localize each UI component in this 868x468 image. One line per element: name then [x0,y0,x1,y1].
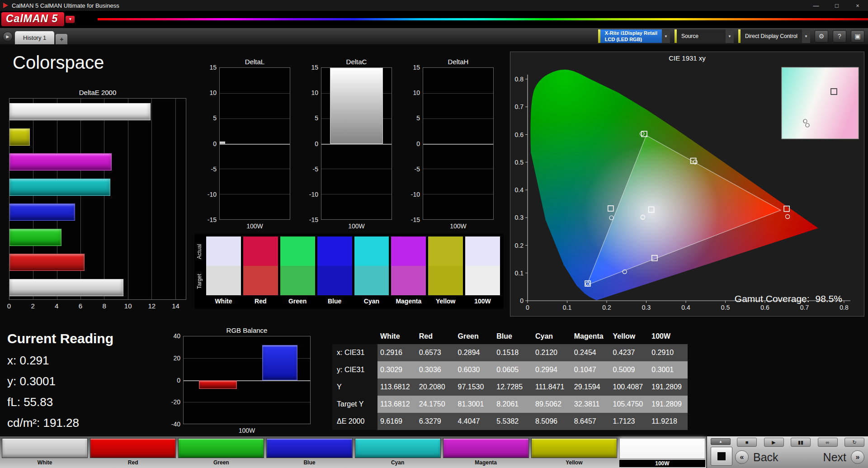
source-dropdown[interactable]: Source ▼ [675,29,734,43]
pause-button[interactable]: ▮▮ [791,438,811,447]
stop-measurement-button[interactable] [711,447,732,466]
target-swatch-cyan [354,266,389,295]
meter-line-2: LCD (LED RGB) [605,36,657,43]
table-cell: 113.6812 [377,400,416,408]
swatch-grid: WhiteRedGreenBlueCyanMagentaYellow100W [206,236,500,307]
display-control-dropdown[interactable]: Direct Display Control ▼ [738,29,810,43]
y-tick-label: 40 [168,332,180,340]
next-button[interactable]: Next [823,451,846,464]
pattern-swatch-white[interactable]: White [2,438,88,467]
row-label: ΔE 2000 [332,413,377,430]
pattern-swatch-green[interactable]: Green [178,438,264,467]
swatch-label: Magenta [443,459,529,466]
y-tick-label: 5 [306,114,318,122]
gridline [128,99,128,299]
svg-text:0.1: 0.1 [563,304,572,311]
x-tick-label: 14 [172,302,179,310]
stop-icon: ■ [745,440,749,445]
meter-dropdown[interactable]: X-Rite i1Display Retail LCD (LED RGB) ▼ [598,29,670,43]
refresh-icon: ↻ [852,440,856,445]
y-tick-label: -15 [306,216,318,223]
table-cell: 0.2994 [533,366,571,374]
refresh-button[interactable]: ↻ [844,438,864,447]
next-arrow-button[interactable]: » [851,450,864,464]
reading-value: cd/m²: 191.28 [7,416,113,430]
target-swatch-yellow [428,266,463,295]
chart-title: CIE 1931 xy [510,52,864,62]
svg-text:0.2: 0.2 [602,304,611,311]
deltae-x-axis: 02468101214 [9,302,186,311]
gridline [423,144,493,145]
table-cell: 0.2894 [455,349,494,357]
cie-1931-panel: CIE 1931 xy [510,52,864,317]
deltae-bar-100w [9,103,151,120]
pattern-swatch-100w[interactable]: 100W [619,438,705,467]
tab-scroll-button[interactable]: ▶ [3,32,13,42]
x-axis-label: 100W [219,222,290,230]
minimize-button[interactable]: — [806,0,826,11]
maximize-button[interactable]: □ [826,0,847,11]
actual-swatch-100w [465,236,500,266]
inset-measured-marker [803,119,807,123]
gridline [184,402,310,402]
settings-button[interactable]: ⚙ [815,30,828,43]
table-cell: 0.2916 [377,349,416,357]
y-tick-label: 20 [168,355,180,362]
y-tick-label: 0 [306,140,318,147]
table-cell: 0.2454 [571,349,610,357]
swatch-column-green: Green [280,236,315,307]
stop-button[interactable]: ■ [737,438,757,447]
pattern-swatch-red[interactable]: Red [90,438,176,467]
actual-swatch-magenta [391,236,426,266]
target-swatch-magenta [391,266,426,295]
column-header-cyan: Cyan [533,332,571,340]
calman-logo-menu[interactable]: CalMAN 5 ▼ [1,12,75,27]
help-button[interactable]: ? [833,30,846,43]
plot-area [423,67,494,220]
pattern-swatch-cyan[interactable]: Cyan [355,438,441,467]
y-tick-label: -5 [407,165,420,173]
back-arrow-button[interactable]: « [735,450,749,464]
row-label: x: CIE31 [332,344,377,361]
y-tick-label: -20 [168,398,180,406]
loop-icon: ∞ [826,440,830,445]
back-button[interactable]: Back [753,451,778,464]
target-swatch-red [243,266,278,295]
swatch-color [178,438,264,458]
continuous-read-button[interactable]: ∞ [818,438,838,447]
pattern-swatch-yellow[interactable]: Yellow [531,438,617,467]
close-button[interactable]: × [847,0,868,11]
deltae-bar-red [9,254,85,271]
plot-area [321,67,392,220]
help-icon: ? [838,33,841,40]
layout-button[interactable]: ▣ [851,30,864,43]
display-control-value: Direct Display Control [741,29,802,43]
svg-text:0: 0 [526,304,529,311]
deltae-bar-blue [9,203,75,221]
tab-bar: ▶ History 1 + X-Rite i1Display Retail LC… [0,28,868,44]
table-cell: 191.2809 [649,400,688,408]
collapse-panel-button[interactable]: ▲ [711,438,731,445]
gamut-coverage-label: Gamut Coverage: [735,293,810,304]
white-point-inset [782,67,859,139]
rainbow-gradient-strip [98,18,868,20]
add-tab-button[interactable]: + [56,34,67,44]
swatch-label: Green [178,459,264,466]
column-header-yellow: Yellow [610,332,649,340]
measurement-table: WhiteRedGreenBlueCyanMagentaYellow100Wx:… [332,329,688,430]
pattern-swatch-blue[interactable]: Blue [266,438,352,467]
svg-text:0.3: 0.3 [642,304,651,311]
svg-text:0.4: 0.4 [681,304,690,311]
y-tick-label: 10 [204,89,217,96]
current-reading-title: Current Reading [7,331,113,346]
swatch-color [266,438,352,458]
gear-icon: ⚙ [819,33,825,40]
gridline [423,194,493,194]
column-header-red: Red [416,332,455,340]
y-tick-label: 15 [306,64,318,71]
row-label: y: CIE31 [332,361,377,378]
pattern-swatch-magenta[interactable]: Magenta [443,438,529,467]
play-button[interactable]: ▶ [764,438,784,447]
actual-swatch-green [280,236,315,266]
tab-history-1[interactable]: History 1 [15,31,54,44]
